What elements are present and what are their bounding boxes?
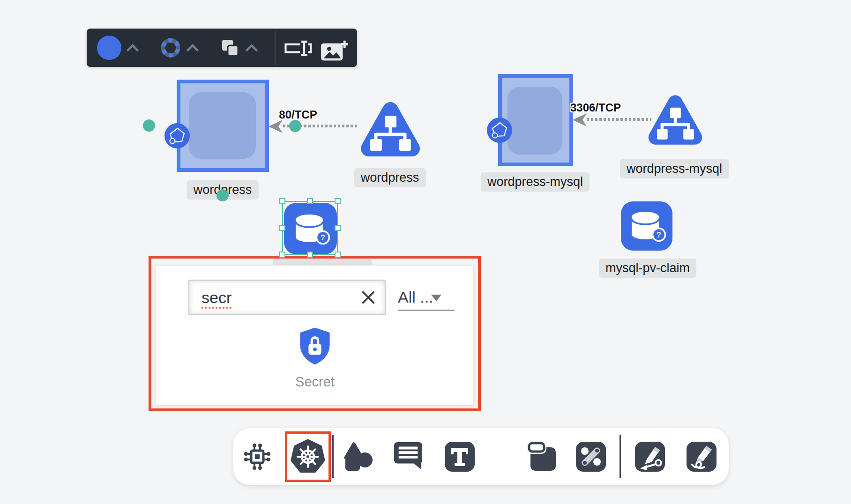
edge-arrowhead-icon xyxy=(573,113,587,128)
dropdown-caret-icon[interactable] xyxy=(431,295,441,301)
resize-handle-e[interactable] xyxy=(335,225,341,231)
connection-handle[interactable] xyxy=(143,119,155,132)
service-wordpress-icon[interactable] xyxy=(359,99,421,162)
pvc-mysql-icon[interactable]: ? xyxy=(621,201,672,251)
copy-style-squares-icon[interactable] xyxy=(221,38,239,59)
toolbar-divider xyxy=(275,31,276,65)
fill-color-circle-icon[interactable] xyxy=(97,36,121,60)
stroke-style-ring-icon[interactable] xyxy=(160,37,181,60)
highlighter-tool-icon[interactable] xyxy=(686,441,717,474)
shapes-tool-icon[interactable] xyxy=(342,441,374,474)
connection-handle[interactable] xyxy=(216,189,229,201)
pvc-mysql-label[interactable]: mysql-pv-claim xyxy=(599,259,696,278)
pod-badge-icon[interactable] xyxy=(487,118,512,143)
fill-color-chevron[interactable] xyxy=(127,44,139,53)
search-query-text: secr xyxy=(202,289,231,307)
svg-text:?: ? xyxy=(657,231,661,239)
kubernetes-tool-icon[interactable] xyxy=(290,439,326,476)
resize-handle-n[interactable] xyxy=(307,198,313,204)
resize-handle-s[interactable] xyxy=(307,252,313,258)
text-tool-icon[interactable] xyxy=(444,441,476,474)
dock-divider xyxy=(332,435,334,478)
text-field-tool-icon[interactable] xyxy=(282,40,313,59)
edge-3306-tcp-label[interactable]: 3306/TCP xyxy=(570,101,621,114)
deployment-wordpress-mysql-label[interactable]: wordpress-mysql xyxy=(481,172,590,192)
dock-divider xyxy=(620,435,621,478)
edge-arrowhead-icon xyxy=(269,120,283,135)
pod-badge-icon[interactable] xyxy=(164,123,190,148)
stroke-style-chevron[interactable] xyxy=(187,44,199,53)
service-wordpress-mysql-label[interactable]: wordpress-mysql xyxy=(620,159,729,178)
resize-handle-sw[interactable] xyxy=(279,252,285,258)
edge-midpoint-handle[interactable] xyxy=(289,120,301,132)
selection-frame[interactable] xyxy=(282,201,338,255)
resize-handle-ne[interactable] xyxy=(335,198,341,204)
canvas[interactable]: wordpress 80/TCP wordpress wordpress-mys… xyxy=(0,0,851,504)
secret-result-label[interactable]: Secret xyxy=(295,374,335,390)
partially-hidden-label xyxy=(273,259,372,265)
insert-image-tool-icon[interactable] xyxy=(320,39,348,63)
service-wordpress-label[interactable]: wordpress xyxy=(354,168,426,187)
deployment-wordpress-mysql-pod[interactable] xyxy=(508,87,562,155)
connector-tool-icon[interactable] xyxy=(575,441,607,474)
edge-3306-tcp[interactable] xyxy=(587,118,651,121)
pen-tool-icon[interactable] xyxy=(634,441,666,474)
resize-handle-nw[interactable] xyxy=(279,198,285,204)
category-filter-dropdown[interactable]: All ... xyxy=(398,288,433,306)
edge-80-tcp-label[interactable]: 80/TCP xyxy=(279,108,317,121)
infrastructure-tool-icon[interactable] xyxy=(242,442,272,474)
resize-handle-w[interactable] xyxy=(279,225,285,231)
service-wordpress-mysql-icon[interactable] xyxy=(647,89,703,152)
dropdown-underline xyxy=(398,310,455,311)
comment-tool-icon[interactable] xyxy=(393,441,424,471)
clear-search-icon[interactable] xyxy=(360,289,376,307)
copy-style-chevron[interactable] xyxy=(246,44,258,53)
shape-search-input[interactable]: secr xyxy=(188,280,386,315)
deployment-wordpress-pod[interactable] xyxy=(189,92,256,159)
resize-handle-se[interactable] xyxy=(335,252,341,258)
frame-tool-icon[interactable] xyxy=(527,441,559,474)
secret-result-icon[interactable] xyxy=(299,327,331,367)
